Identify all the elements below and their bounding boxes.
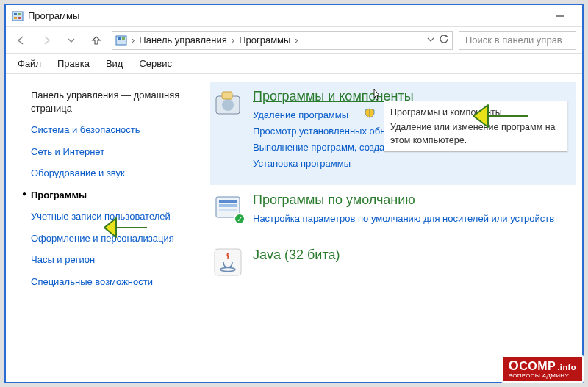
menu-tools[interactable]: Сервис [136,57,175,70]
default-media-link[interactable]: Настройка параметров по умолчанию для но… [253,211,554,227]
search-input[interactable]: Поиск в панели управ [459,31,576,50]
svg-rect-14 [219,204,237,207]
navigation-bar: › Панель управления › Программы › Поиск … [6,27,582,54]
java-link[interactable]: Java (32 бита) [253,247,570,263]
sidebar-item-network[interactable]: Сеть и Интернет [19,141,198,163]
minimize-button[interactable] [544,6,576,26]
svg-rect-7 [118,37,121,40]
menu-view[interactable]: Вид [103,57,126,70]
svg-rect-2 [18,13,21,15]
sidebar-item-home[interactable]: Панель управления — домашняя страница [19,84,198,119]
svg-rect-0 [12,12,23,21]
sidebar-item-label: Специальные возможности [31,275,153,289]
chevron-down-icon[interactable] [427,35,434,46]
sidebar-item-label: Часы и регион [31,253,95,267]
section-default-programs: ✓ Программы по умолчанию Настройка парам… [210,185,576,240]
watermark-rest: COMP [519,361,556,373]
annotation-arrow-icon [472,101,529,131]
install-program-link[interactable]: Установка программы [253,156,351,172]
section-java: Java (32 бита) [210,240,576,290]
sidebar-item-system[interactable]: Система и безопасность [19,119,198,141]
default-programs-icon: ✓ [213,192,243,222]
annotation-arrow-icon [103,215,148,240]
shield-icon [365,108,375,118]
bullet-icon: ● [22,189,31,199]
menu-file[interactable]: Файл [15,57,44,70]
sidebar-item-label: Сеть и Интернет [31,145,104,159]
refresh-icon[interactable] [439,34,449,46]
chevron-right-icon[interactable]: › [230,35,236,46]
sidebar-item-label: Оборудование и звук [31,167,125,180]
watermark-sub: ВОПРОСЫ АДМИНУ [509,373,569,379]
breadcrumb-root[interactable]: Панель управления [136,35,229,46]
sidebar-item-label: Учетные записи пользователей [31,210,171,223]
sidebar-item-label: Программы [31,189,87,202]
sidebar-item-accessibility[interactable]: Специальные возможности [19,271,198,293]
window-title: Программы [28,10,544,21]
search-placeholder: Поиск в панели управ [465,35,562,46]
sidebar-item-label: Панель управления — домашняя страница [31,89,196,115]
svg-rect-6 [116,36,126,45]
watermark-info: .info [557,364,576,372]
recent-dropdown[interactable] [62,31,81,50]
back-button[interactable] [12,31,31,50]
pointer-cursor-icon [370,87,382,102]
breadcrumb-programs[interactable]: Программы [236,35,293,46]
chevron-right-icon[interactable]: › [293,35,299,46]
chevron-right-icon[interactable]: › [130,35,136,46]
sidebar-item-clock[interactable]: Часы и регион [19,249,198,271]
check-badge-icon: ✓ [234,213,245,225]
svg-rect-4 [18,17,21,19]
run-programs-link[interactable]: Выполнение программ, создан [253,140,390,156]
sidebar-item-hardware[interactable]: Оборудование и звук [19,162,198,184]
java-icon [213,247,243,277]
address-bar[interactable]: › Панель управления › Программы › [112,31,453,50]
svg-point-10 [222,99,234,111]
menu-edit[interactable]: Правка [54,57,93,70]
app-icon [12,10,24,22]
svg-rect-13 [219,200,237,203]
watermark: O COMP .info ВОПРОСЫ АДМИНУ [501,355,584,383]
sidebar-item-label: Система и безопасность [31,123,140,137]
programs-features-icon [213,89,243,118]
uninstall-program-link[interactable]: Удаление программы [253,107,348,123]
up-button[interactable] [87,31,106,50]
sidebar-item-programs[interactable]: ● Программы [19,184,198,206]
svg-rect-11 [222,92,232,99]
forward-button[interactable] [37,31,56,50]
svg-rect-15 [219,209,237,211]
control-panel-window: Программы › Панель управления › Программ… [4,4,584,383]
svg-rect-3 [14,17,17,19]
watermark-o: O [509,359,520,373]
address-icon [115,35,127,46]
svg-rect-8 [122,37,125,40]
view-updates-link-text[interactable]: Просмотр установленных обно [253,123,391,140]
default-programs-link[interactable]: Программы по умолчанию [253,192,570,208]
menu-bar: Файл Правка Вид Сервис [6,54,582,74]
svg-rect-1 [14,13,17,15]
titlebar: Программы [6,5,582,27]
